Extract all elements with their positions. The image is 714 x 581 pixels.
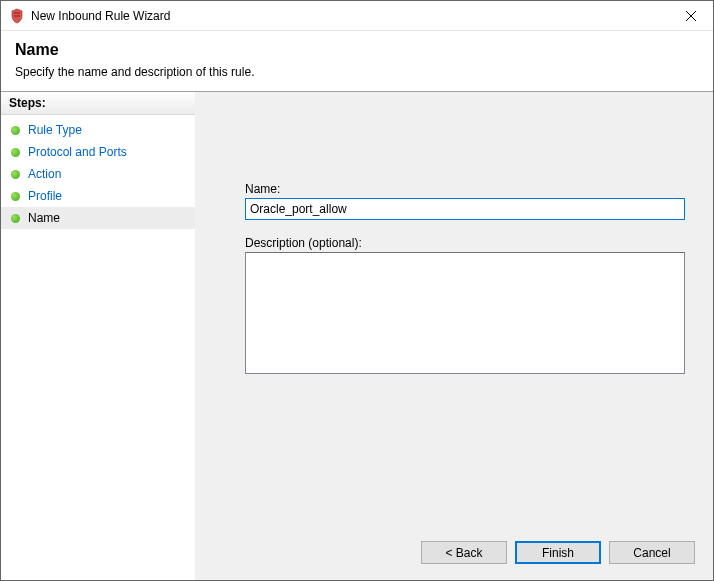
description-label: Description (optional): xyxy=(245,236,685,250)
step-bullet-icon xyxy=(11,192,20,201)
step-bullet-icon xyxy=(11,170,20,179)
step-name[interactable]: Name xyxy=(1,207,195,229)
steps-heading: Steps: xyxy=(1,92,195,115)
cancel-button[interactable]: Cancel xyxy=(609,541,695,564)
window-title: New Inbound Rule Wizard xyxy=(31,9,668,23)
name-label: Name: xyxy=(245,182,685,196)
wizard-header: Name Specify the name and description of… xyxy=(1,31,713,91)
step-profile[interactable]: Profile xyxy=(1,185,195,207)
page-subtitle: Specify the name and description of this… xyxy=(15,65,699,79)
step-label: Profile xyxy=(28,189,62,203)
step-label: Rule Type xyxy=(28,123,82,137)
wizard-body: Steps: Rule Type Protocol and Ports Acti… xyxy=(1,91,713,580)
name-input[interactable] xyxy=(245,198,685,220)
description-textarea[interactable] xyxy=(245,252,685,374)
steps-list: Rule Type Protocol and Ports Action Prof… xyxy=(1,115,195,229)
firewall-icon xyxy=(9,8,25,24)
button-row: < Back Finish Cancel xyxy=(195,531,713,580)
back-button[interactable]: < Back xyxy=(421,541,507,564)
wizard-window: New Inbound Rule Wizard Name Specify the… xyxy=(0,0,714,581)
step-bullet-icon xyxy=(11,148,20,157)
step-label: Protocol and Ports xyxy=(28,145,127,159)
titlebar: New Inbound Rule Wizard xyxy=(1,1,713,31)
svg-rect-0 xyxy=(14,12,20,14)
step-bullet-icon xyxy=(11,126,20,135)
step-rule-type[interactable]: Rule Type xyxy=(1,119,195,141)
step-protocol-and-ports[interactable]: Protocol and Ports xyxy=(1,141,195,163)
form-area: Name: Description (optional): xyxy=(195,92,713,531)
svg-rect-1 xyxy=(14,15,20,17)
step-label: Name xyxy=(28,211,60,225)
finish-button[interactable]: Finish xyxy=(515,541,601,564)
close-icon xyxy=(686,11,696,21)
page-title: Name xyxy=(15,41,699,59)
close-button[interactable] xyxy=(668,1,713,30)
step-label: Action xyxy=(28,167,61,181)
steps-sidebar: Steps: Rule Type Protocol and Ports Acti… xyxy=(1,92,195,580)
step-action[interactable]: Action xyxy=(1,163,195,185)
step-bullet-icon xyxy=(11,214,20,223)
content-panel: Name: Description (optional): < Back Fin… xyxy=(195,92,713,580)
